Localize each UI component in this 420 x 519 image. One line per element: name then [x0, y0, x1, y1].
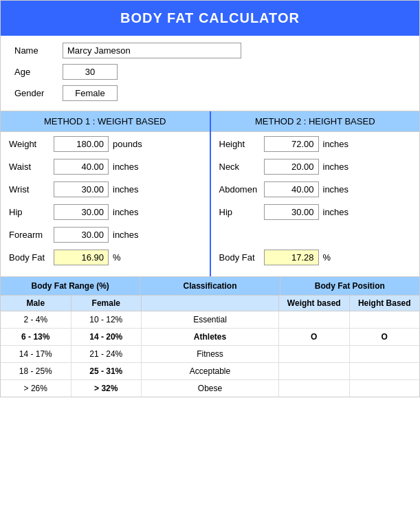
results-header-classification: Classification [140, 277, 280, 295]
m2-bodyfat-label: Body Fat [219, 252, 264, 263]
m2-height-input[interactable] [264, 136, 319, 152]
r2-weight-pos [279, 346, 350, 362]
m2-hip-input[interactable] [264, 204, 319, 220]
app-header: BODY FAT CALCULATOR [1, 1, 419, 36]
m2-abdomen-unit: inches [323, 184, 349, 195]
r1-female: 14 - 20% [71, 329, 142, 345]
r2-female: 21 - 24% [71, 346, 142, 362]
m1-forearm-input[interactable] [54, 227, 109, 243]
r0-class: Essential [142, 311, 279, 328]
name-row: Name [14, 43, 406, 58]
age-label: Age [14, 67, 63, 77]
m2-bodyfat-row: Body Fat % [219, 250, 412, 265]
r3-weight-pos [279, 363, 350, 379]
m1-hip-label: Hip [9, 207, 54, 217]
m2-abdomen-label: Abdomen [219, 184, 264, 195]
m1-weight-unit: pounds [113, 139, 142, 149]
name-input[interactable] [63, 43, 241, 58]
gender-label: Gender [14, 88, 63, 98]
m1-hip-unit: inches [113, 207, 139, 217]
app-title: BODY FAT CALCULATOR [120, 10, 300, 25]
results-row-0: 2 - 4% 10 - 12% Essential [1, 311, 419, 329]
r3-female: 25 - 31% [71, 363, 142, 379]
method2-body: Height inches Neck inches Abdomen inches [211, 132, 420, 276]
m2-height-label: Height [219, 139, 264, 149]
results-header-bfpos: Body Fat Position [280, 277, 419, 295]
m1-waist-label: Waist [9, 162, 54, 172]
m1-forearm-row: Forearm inches [9, 227, 201, 243]
r1-height-pos: O [350, 329, 420, 345]
r4-class: Obese [142, 380, 279, 397]
r2-height-pos [350, 346, 420, 362]
r3-class: Acceptable [142, 363, 279, 379]
gender-input[interactable] [63, 85, 118, 101]
results-row-1: 6 - 13% 14 - 20% Athletes O O [1, 329, 419, 346]
method2-col: METHOD 2 : HEIGHT BASED Height inches Ne… [211, 111, 420, 276]
r0-height-pos [350, 311, 420, 328]
m1-waist-input[interactable] [54, 159, 109, 175]
method1-col: METHOD 1 : WEIGHT BASED Weight pounds Wa… [1, 111, 211, 276]
r0-weight-pos [279, 311, 350, 328]
r1-class: Athletes [142, 329, 279, 345]
sub-classification-spacer [142, 296, 279, 311]
m2-neck-unit: inches [323, 162, 349, 172]
m1-wrist-row: Wrist inches [9, 181, 201, 197]
m2-hip-row: Hip inches [219, 204, 412, 220]
gender-row: Gender [14, 85, 406, 101]
r2-male: 14 - 17% [1, 346, 71, 362]
m2-neck-row: Neck inches [219, 159, 412, 175]
m2-hip-label: Hip [219, 207, 264, 217]
app-container: BODY FAT CALCULATOR Name Age Gender METH… [0, 0, 420, 397]
results-subheader-row: Male Female Weight based Height Based [1, 296, 419, 311]
m1-wrist-unit: inches [113, 184, 139, 195]
m1-weight-row: Weight pounds [9, 136, 201, 152]
m1-bodyfat-row: Body Fat % [9, 250, 201, 265]
r3-male: 18 - 25% [1, 363, 71, 379]
m2-abdomen-row: Abdomen inches [219, 181, 412, 197]
m1-hip-row: Hip inches [9, 204, 201, 220]
method1-header: METHOD 1 : WEIGHT BASED [1, 111, 210, 132]
r1-weight-pos: O [279, 329, 350, 345]
r0-female: 10 - 12% [71, 311, 142, 328]
results-header-bfrange: Body Fat Range (%) [1, 277, 140, 295]
m2-height-unit: inches [323, 139, 349, 149]
m2-bodyfat-unit: % [323, 252, 331, 263]
m1-weight-input[interactable] [54, 136, 109, 152]
m1-bodyfat-unit: % [113, 252, 121, 263]
r4-male: > 26% [1, 380, 71, 397]
method2-header: METHOD 2 : HEIGHT BASED [211, 111, 420, 132]
r2-class: Fitness [142, 346, 279, 362]
m1-weight-label: Weight [9, 139, 54, 149]
r4-height-pos [350, 380, 420, 397]
m1-wrist-label: Wrist [9, 184, 54, 195]
m2-bodyfat-input[interactable] [264, 250, 319, 265]
results-row-3: 18 - 25% 25 - 31% Acceptable [1, 363, 419, 380]
r3-height-pos [350, 363, 420, 379]
name-label: Name [14, 45, 63, 56]
results-row-4: > 26% > 32% Obese [1, 380, 419, 397]
m1-wrist-input[interactable] [54, 181, 109, 197]
top-form-section: Name Age Gender [1, 36, 419, 111]
r0-male: 2 - 4% [1, 311, 71, 328]
m1-bodyfat-label: Body Fat [9, 252, 54, 263]
results-row-2: 14 - 17% 21 - 24% Fitness [1, 346, 419, 363]
age-input[interactable] [63, 64, 118, 80]
m1-forearm-label: Forearm [9, 230, 54, 240]
m1-hip-input[interactable] [54, 204, 109, 220]
r4-female: > 32% [71, 380, 142, 397]
m1-bodyfat-input[interactable] [54, 250, 109, 265]
sub-male: Male [1, 296, 71, 311]
methods-section: METHOD 1 : WEIGHT BASED Weight pounds Wa… [1, 111, 419, 276]
r4-weight-pos [279, 380, 350, 397]
r1-male: 6 - 13% [1, 329, 71, 345]
results-section: Body Fat Range (%) Classification Body F… [1, 276, 419, 397]
age-row: Age [14, 64, 406, 80]
method1-body: Weight pounds Waist inches Wrist inches [1, 132, 210, 276]
m1-forearm-unit: inches [113, 230, 139, 240]
m2-abdomen-input[interactable] [264, 181, 319, 197]
sub-female: Female [71, 296, 142, 311]
m2-height-row: Height inches [219, 136, 412, 152]
m2-neck-input[interactable] [264, 159, 319, 175]
m2-neck-label: Neck [219, 162, 264, 172]
m2-hip-unit: inches [323, 207, 349, 217]
